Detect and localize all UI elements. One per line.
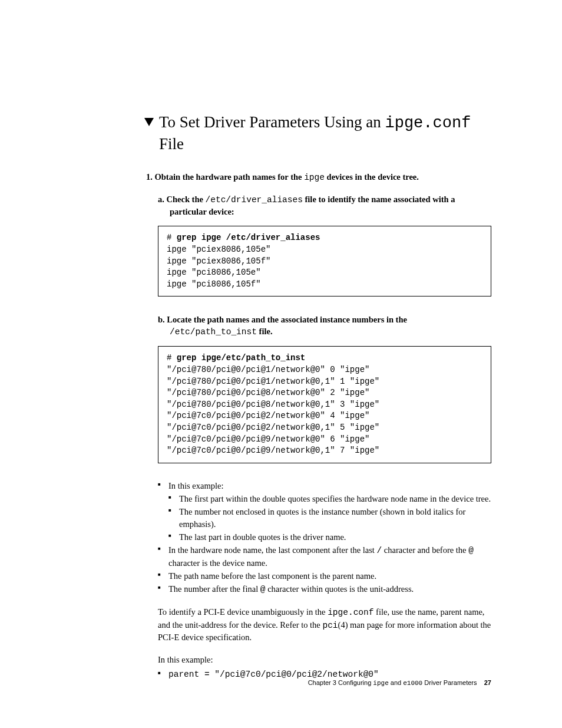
footer-tt2: e1000 — [403, 680, 422, 687]
bullet-4-pre: The number after the final — [168, 584, 260, 594]
code2-prompt: # — [167, 353, 177, 363]
step-1-pre: Obtain the hardware path names for the — [155, 172, 305, 182]
bullet-2-mid: character and before the — [382, 545, 468, 555]
example-parent-line: parent = "/pci@7c0/pci@0/pci@2/network@0… — [158, 668, 491, 680]
para1-pre: To identify a PCI-E device unambiguously… — [158, 607, 328, 617]
bullet-2-tt2: @ — [468, 546, 474, 555]
code2-cmd: grep ipge/etc/path_to_inst — [177, 353, 305, 363]
step-1-num: 1. — [146, 172, 155, 182]
substep-a-num: a. — [158, 195, 167, 204]
bullet-list: In this example: The first part within t… — [158, 480, 491, 596]
code-block-1: # grep ipge /etc/driver_aliases ipge "pc… — [158, 226, 491, 297]
bullet-1b: The number not enclosed in quotes is the… — [168, 506, 491, 530]
bullet-2-post: character is the device name. — [168, 558, 267, 568]
substep-b-num: b. — [158, 315, 167, 324]
code1-prompt: # — [167, 233, 177, 242]
code-block-2: # grep ipge/etc/path_to_inst "/pci@780/p… — [158, 346, 491, 463]
substep-a: a. Check the /etc/driver_aliases file to… — [158, 194, 491, 218]
footer-post: Driver Parameters — [422, 679, 477, 686]
substep-a-pre: Check the — [167, 195, 206, 204]
heading-post: File — [159, 135, 184, 153]
para1-tt2: pci — [322, 621, 338, 630]
bullet-4-post: character within quotes is the unit-addr… — [266, 584, 414, 594]
footer-pre: Chapter 3 Configuring — [308, 679, 373, 686]
bullet-2-tt1: / — [377, 546, 382, 555]
page-content: To Set Driver Parameters Using an ipge.c… — [0, 0, 562, 680]
bullet-1a: The first part within the double quotes … — [168, 493, 491, 505]
bullet-1c: The last part in double quotes is the dr… — [168, 531, 491, 543]
footer-tt1: ipge — [373, 680, 388, 687]
bullet-2-pre: In the hardware node name, the last comp… — [168, 545, 377, 555]
footer-mid: and — [389, 679, 403, 686]
paragraph-example-intro: In this example: — [158, 654, 491, 666]
code1-cmd: grep ipge /etc/driver_aliases — [177, 233, 320, 242]
substep-b-tt: /etc/path_to_inst — [170, 327, 257, 337]
page-footer: Chapter 3 Configuring ipge and e1000 Dri… — [308, 679, 491, 687]
bullet-3: The path name before the last component … — [158, 570, 491, 582]
step-1-tt: ipge — [304, 173, 325, 182]
step-1-post: devices in the device tree. — [325, 172, 419, 182]
bullet-1: In this example: The first part within t… — [158, 480, 491, 543]
bullet-4-tt: @ — [260, 585, 266, 594]
heading-tt: ipge.conf — [385, 114, 471, 132]
code1-out: ipge "pciex8086,105e" ipge "pciex8086,10… — [167, 245, 270, 289]
section-heading: To Set Driver Parameters Using an ipge.c… — [159, 112, 491, 154]
footer-page: 27 — [484, 679, 491, 686]
code2-out: "/pci@780/pci@0/pci@1/network@0" 0 "ipge… — [167, 365, 379, 455]
substep-b-line1: Locate the path names and the associated… — [167, 315, 407, 324]
heading-marker-icon — [144, 118, 154, 126]
example-list: parent = "/pci@7c0/pci@0/pci@2/network@0… — [158, 668, 491, 680]
para1-tt1: ipge.conf — [328, 608, 373, 617]
bullet-2: In the hardware node name, the last comp… — [158, 544, 491, 569]
substep-b-post: file. — [257, 327, 273, 336]
paragraph-identify: To identify a PCI-E device unambiguously… — [158, 606, 491, 643]
svg-marker-0 — [144, 118, 154, 126]
heading-pre: To Set Driver Parameters Using an — [159, 113, 385, 131]
substep-b: b. Locate the path names and the associa… — [158, 314, 491, 338]
step-1: 1. Obtain the hardware path names for th… — [146, 172, 491, 182]
substep-a-tt: /etc/driver_aliases — [206, 195, 303, 205]
bullet-1-text: In this example: — [168, 481, 223, 490]
bullet-4: The number after the final @ character w… — [158, 583, 491, 595]
